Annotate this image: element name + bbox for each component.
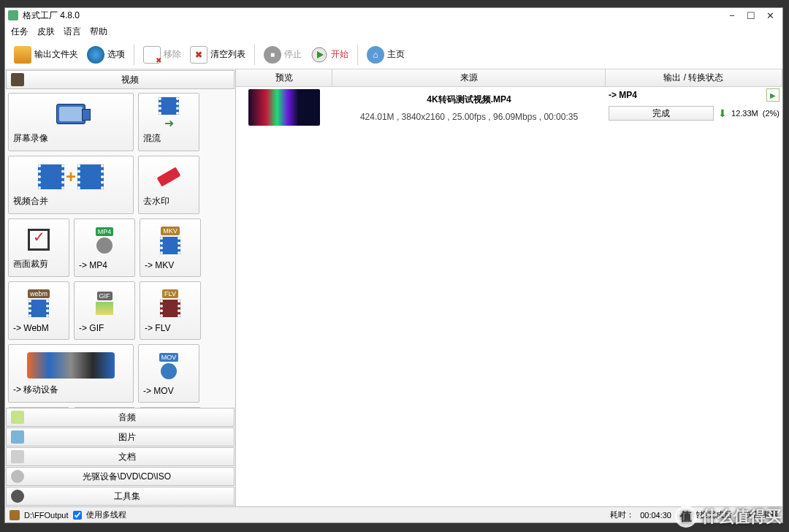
file-name: 4K转码测试视频.MP4: [427, 94, 511, 106]
output-path[interactable]: D:\FFOutput: [24, 511, 69, 520]
header-source[interactable]: 来源: [332, 69, 606, 86]
home-icon: ⌂: [367, 46, 384, 64]
source-cell: 4K转码测试视频.MP4 424.01M , 3840x2160 , 25.00…: [332, 87, 606, 128]
tile-混流[interactable]: ➜混流: [138, 93, 199, 151]
file-info: 424.01M , 3840x2160 , 25.00fps , 96.09Mb…: [360, 112, 578, 122]
output-size: 12.33M: [731, 109, 758, 118]
disc-icon: [11, 470, 24, 483]
tile-label: -> MP4: [79, 260, 107, 270]
category-document[interactable]: 文档: [6, 447, 235, 466]
category-label: 音频: [24, 411, 229, 424]
stop-button[interactable]: ■ 停止: [261, 45, 305, 65]
body: 视频 屏幕录像➜混流+视频合并去水印画面裁剪MP4-> MP4MKV-> MKV…: [5, 69, 782, 506]
header-output[interactable]: 输出 / 转换状态: [606, 69, 782, 86]
output-format: -> MP4: [609, 90, 766, 100]
tile--> MOV[interactable]: MOV-> MOV: [138, 344, 199, 403]
video-thumbnail: [248, 89, 320, 126]
task-row[interactable]: 4K转码测试视频.MP4 424.01M , 3840x2160 , 25.00…: [236, 87, 782, 128]
tile-icon: [158, 159, 180, 194]
elapsed-label: 耗时：: [610, 509, 634, 520]
tile--> FLV[interactable]: FLV-> FLV: [140, 281, 201, 340]
tile-label: -> FLV: [145, 323, 170, 333]
start-label: 开始: [331, 48, 348, 61]
play-button[interactable]: ▶: [766, 88, 780, 102]
category-audio[interactable]: 音频: [6, 408, 235, 427]
preview-cell: [236, 87, 332, 128]
video-tile-grid: 屏幕录像➜混流+视频合并去水印画面裁剪MP4-> MP4MKV-> MKVweb…: [5, 90, 235, 408]
tile--> MKV[interactable]: MKV-> MKV: [140, 218, 201, 277]
app-icon: [8, 10, 18, 20]
maximize-button[interactable]: ☐: [742, 9, 761, 22]
tile-去水印[interactable]: 去水印: [138, 156, 199, 214]
header-preview[interactable]: 预览: [236, 69, 332, 86]
tile-label: -> MOV: [143, 386, 174, 396]
home-button[interactable]: ⌂ 主页: [364, 45, 408, 65]
category-label: 图片: [24, 431, 229, 444]
list-body: 4K转码测试视频.MP4 424.01M , 3840x2160 , 25.00…: [236, 87, 782, 506]
menu-task[interactable]: 任务: [11, 26, 28, 38]
menu-bar: 任务 皮肤 语言 帮助: [5, 23, 782, 40]
output-cell: -> MP4 ▶ 完成 ⬇ 12.33M (2%): [606, 87, 782, 128]
category-image[interactable]: 图片: [6, 428, 235, 446]
clear-list-button[interactable]: ✖ 清空列表: [187, 45, 248, 65]
output-folder-button[interactable]: 输出文件夹: [11, 45, 81, 65]
category-video-header[interactable]: 视频: [6, 70, 235, 89]
tile--> MP4[interactable]: MP4-> MP4: [74, 218, 135, 277]
close-button[interactable]: ✕: [761, 9, 780, 22]
multithread-label: 使用多线程: [86, 509, 126, 520]
status-button[interactable]: 完成: [609, 106, 714, 121]
category-label: 工具集: [24, 490, 229, 503]
tile-icon: webm: [28, 285, 50, 322]
app-window: 格式工厂 4.8.0 − ☐ ✕ 任务 皮肤 语言 帮助 输出文件夹 选项 移除…: [4, 7, 783, 523]
clear-icon: ✖: [190, 46, 207, 64]
tile-icon: FLV: [160, 285, 180, 322]
watermark-badge-icon: 值: [675, 506, 697, 528]
minimize-button[interactable]: −: [723, 9, 742, 22]
clear-list-label: 清空列表: [210, 48, 245, 61]
category-label: 文档: [24, 451, 229, 463]
tile-label: 画面裁剪: [13, 258, 48, 270]
tile--> GIF[interactable]: GIF-> GIF: [74, 281, 135, 340]
home-label: 主页: [387, 48, 405, 61]
options-label: 选项: [107, 48, 125, 61]
tile-icon: [28, 222, 50, 256]
toolbar-separator: [134, 45, 134, 65]
watermark: 值 什么值得买: [675, 506, 782, 528]
toolbar-separator: [357, 45, 358, 65]
category-tools[interactable]: 工具集: [6, 487, 235, 506]
options-icon: [87, 46, 104, 64]
toolbar-separator: [254, 45, 255, 65]
tile-label: -> 移动设备: [13, 384, 58, 396]
status-bar: D:\FFOutput 使用多线程 耗时： 00:04:30 转换完成后： 关闭…: [5, 506, 782, 522]
output-percent: (2%): [763, 109, 780, 118]
tile-画面裁剪[interactable]: 画面裁剪: [8, 218, 69, 277]
tile-icon: [56, 96, 85, 131]
audio-icon: [11, 411, 24, 424]
tile-icon: ➜: [159, 96, 179, 131]
tile-icon: MKV: [160, 222, 180, 259]
category-label: 光驱设备\DVD\CD\ISO: [24, 471, 229, 483]
category-strip: 音频 图片 文档 光驱设备\DVD\CD\ISO 工具集: [5, 408, 235, 506]
tile-icon: +: [38, 159, 104, 194]
menu-help[interactable]: 帮助: [90, 26, 107, 38]
multithread-checkbox[interactable]: [73, 511, 82, 520]
tile-视频合并[interactable]: +视频合并: [8, 156, 134, 214]
start-button[interactable]: 开始: [308, 45, 351, 65]
tile--> WebM[interactable]: webm-> WebM: [8, 281, 69, 340]
category-disc[interactable]: 光驱设备\DVD\CD\ISO: [6, 467, 235, 486]
folder-small-icon[interactable]: [9, 510, 20, 520]
tile-label: 去水印: [143, 195, 169, 208]
tile-icon: MP4: [96, 222, 114, 259]
tile-屏幕录像[interactable]: 屏幕录像: [8, 93, 134, 151]
tile-label: 屏幕录像: [13, 132, 48, 145]
menu-language[interactable]: 语言: [64, 26, 81, 38]
stop-label: 停止: [284, 48, 302, 61]
toolbar: 输出文件夹 选项 移除 ✖ 清空列表 ■ 停止 开始 ⌂ 主页: [5, 40, 782, 69]
menu-skin[interactable]: 皮肤: [37, 26, 55, 38]
video-category-label: 视频: [30, 74, 229, 86]
remove-button[interactable]: 移除: [140, 45, 184, 65]
title-bar: 格式工厂 4.8.0 − ☐ ✕: [5, 8, 782, 23]
options-button[interactable]: 选项: [84, 45, 128, 65]
folder-icon: [14, 46, 31, 64]
tile--> 移动设备[interactable]: -> 移动设备: [8, 344, 134, 403]
